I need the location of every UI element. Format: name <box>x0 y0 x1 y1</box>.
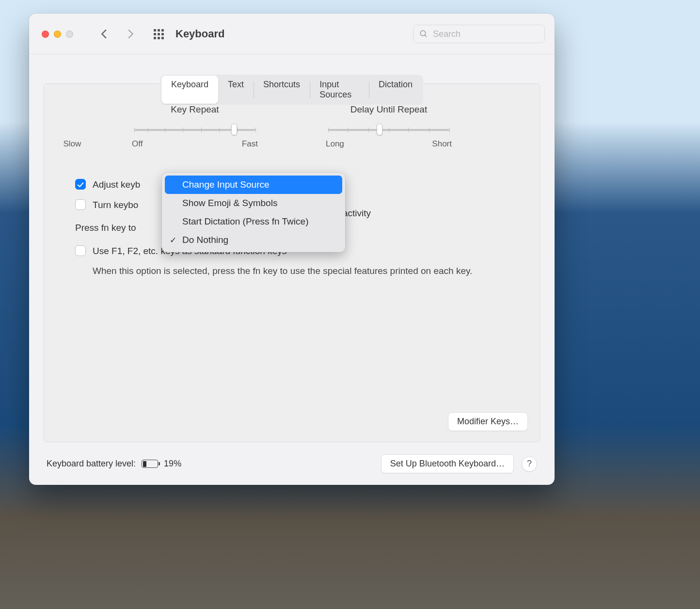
preferences-window: Keyboard Search Keyboard Text Shortcuts … <box>29 14 555 485</box>
tab-dictation[interactable]: Dictation <box>369 76 422 104</box>
battery-percent: 19% <box>164 459 181 469</box>
window-footer: Keyboard battery level: 19% Set Up Bluet… <box>47 454 537 473</box>
fn-menu-start-dictation[interactable]: Start Dictation (Press fn Twice) <box>165 212 342 231</box>
adjust-brightness-label: Adjust keyb <box>93 178 140 192</box>
window-zoom-button <box>66 31 73 38</box>
key-repeat-thumb[interactable] <box>231 124 237 135</box>
key-repeat-slow-label: Slow <box>63 139 81 149</box>
battery-label: Keyboard battery level: <box>47 459 136 469</box>
search-placeholder: Search <box>433 29 461 39</box>
key-repeat-label: Key Repeat <box>171 104 219 115</box>
sliders-group: Key Repeat Off <box>44 104 540 149</box>
show-all-icon[interactable] <box>154 29 164 39</box>
window-title: Keyboard <box>175 28 224 40</box>
window-controls <box>42 31 73 38</box>
delay-long-label: Long <box>326 139 344 149</box>
key-repeat-slider[interactable] <box>134 128 255 131</box>
svg-line-1 <box>425 35 427 37</box>
settings-panel: Key Repeat Off <box>44 83 540 442</box>
battery-icon <box>142 460 158 468</box>
delay-thumb[interactable] <box>377 124 382 135</box>
use-fkeys-explain: When this option is selected, press the … <box>93 264 495 278</box>
checkmark-icon: ✓ <box>170 235 176 245</box>
window-content: Keyboard Text Shortcuts Input Sources Di… <box>29 54 555 485</box>
adjust-brightness-checkbox[interactable] <box>75 179 86 190</box>
press-fn-label: Press fn key to <box>75 223 136 233</box>
svg-point-0 <box>420 31 426 36</box>
fn-menu-do-nothing[interactable]: ✓Do Nothing <box>165 231 342 249</box>
turn-off-checkbox[interactable] <box>75 199 86 210</box>
search-input[interactable]: Search <box>413 25 545 43</box>
delay-slider[interactable] <box>328 128 449 131</box>
search-icon <box>419 30 428 38</box>
use-fkeys-checkbox[interactable] <box>75 245 86 256</box>
tab-bar: Keyboard Text Shortcuts Input Sources Di… <box>160 75 423 105</box>
key-repeat-block: Key Repeat Off <box>132 104 258 149</box>
window-close-button[interactable] <box>42 31 49 38</box>
window-titlebar: Keyboard Search <box>29 14 555 54</box>
modifier-keys-button[interactable]: Modifier Keys… <box>448 412 528 431</box>
delay-block: Delay Until Repeat Long Sh <box>326 104 452 149</box>
bluetooth-setup-button[interactable]: Set Up Bluetooth Keyboard… <box>381 454 514 473</box>
fn-menu-change-input-source[interactable]: Change Input Source <box>165 176 342 194</box>
nav-buttons <box>102 31 132 37</box>
delay-label: Delay Until Repeat <box>350 104 427 115</box>
key-repeat-fast-label: Fast <box>242 139 258 149</box>
tab-shortcuts[interactable]: Shortcuts <box>254 76 310 104</box>
nav-back-button[interactable] <box>101 29 111 39</box>
key-repeat-off-label: Off <box>132 139 143 149</box>
fn-action-menu[interactable]: Change Input Source Show Emoji & Symbols… <box>162 173 345 252</box>
window-minimize-button[interactable] <box>54 31 61 38</box>
delay-short-label: Short <box>432 139 452 149</box>
tab-input-sources[interactable]: Input Sources <box>310 76 369 104</box>
turn-off-label: Turn keybo <box>93 198 138 212</box>
nav-forward-button <box>124 29 134 39</box>
fn-menu-show-emoji[interactable]: Show Emoji & Symbols <box>165 194 342 212</box>
help-button[interactable]: ? <box>522 456 537 472</box>
tab-keyboard[interactable]: Keyboard <box>161 76 218 104</box>
tab-text[interactable]: Text <box>218 76 254 104</box>
